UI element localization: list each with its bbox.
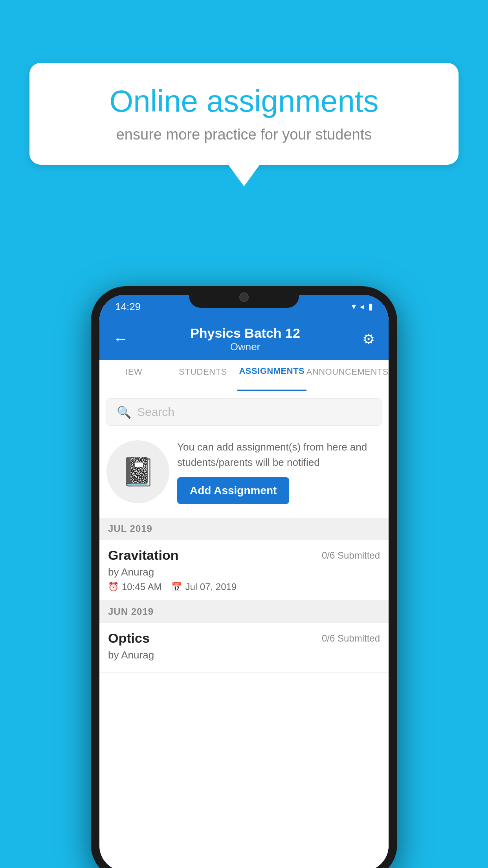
assignment-name: Gravitation	[108, 548, 178, 563]
bubble-subtitle: ensure more practice for your students	[57, 126, 431, 143]
phone-screen: 14:29 ▾ ◂ ▮ ← Physics Batch 12 Owner ⚙ I…	[99, 295, 389, 868]
status-bar-time: 14:29	[115, 301, 141, 313]
assignment-row-header: Gravitation 0/6 Submitted	[108, 548, 380, 563]
speech-bubble-container: Online assignments ensure more practice …	[29, 63, 459, 186]
section-jun-2019: JUN 2019	[99, 601, 389, 623]
search-icon: 🔍	[117, 405, 131, 419]
meta-date: 📅 Jul 07, 2019	[171, 581, 237, 592]
meta-time: ⏰ 10:45 AM	[108, 581, 161, 592]
app-header: ← Physics Batch 12 Owner ⚙	[99, 318, 389, 360]
promo-icon-circle: 📓	[106, 440, 169, 503]
content-area: 🔍 Search 📓 You can add assignment(s) fro…	[99, 391, 389, 868]
battery-icon: ▮	[368, 302, 373, 312]
tab-iew[interactable]: IEW	[99, 360, 169, 391]
search-bar[interactable]: 🔍 Search	[106, 398, 382, 426]
assignment-row-header-optics: Optics 0/6 Submitted	[108, 631, 380, 646]
speech-bubble: Online assignments ensure more practice …	[29, 63, 459, 165]
assignment-meta: ⏰ 10:45 AM 📅 Jul 07, 2019	[108, 581, 380, 592]
promo-description: You can add assignment(s) from here and …	[177, 440, 382, 470]
tab-assignments[interactable]: ASSIGNMENTS	[237, 360, 306, 391]
promo-card: 📓 You can add assignment(s) from here an…	[106, 434, 382, 510]
assignment-date: Jul 07, 2019	[185, 581, 237, 592]
signal-icon: ◂	[360, 302, 364, 312]
tab-bar: IEW STUDENTS ASSIGNMENTS ANNOUNCEMENTS	[99, 360, 389, 391]
assignment-item-optics[interactable]: Optics 0/6 Submitted by Anurag	[99, 623, 389, 673]
phone-frame: 14:29 ▾ ◂ ▮ ← Physics Batch 12 Owner ⚙ I…	[91, 286, 397, 868]
notebook-icon: 📓	[121, 456, 155, 488]
section-jul-2019: JUL 2019	[99, 518, 389, 540]
calendar-icon: 📅	[171, 582, 182, 592]
header-title: Physics Batch 12	[128, 326, 362, 341]
bubble-title: Online assignments	[57, 85, 431, 118]
assignment-submitted: 0/6 Submitted	[322, 550, 380, 561]
add-assignment-button[interactable]: Add Assignment	[177, 477, 289, 504]
clock-icon: ⏰	[108, 582, 119, 592]
assignment-name-optics: Optics	[108, 631, 150, 646]
tab-students[interactable]: STUDENTS	[169, 360, 238, 391]
phone-camera	[239, 292, 249, 302]
promo-text-area: You can add assignment(s) from here and …	[177, 440, 382, 504]
status-bar-icons: ▾ ◂ ▮	[352, 302, 373, 312]
search-placeholder: Search	[137, 405, 174, 419]
assignment-submitted-optics: 0/6 Submitted	[322, 633, 380, 644]
header-title-block: Physics Batch 12 Owner	[128, 326, 362, 353]
assignment-item-gravitation[interactable]: Gravitation 0/6 Submitted by Anurag ⏰ 10…	[99, 540, 389, 601]
assignment-time: 10:45 AM	[122, 581, 161, 592]
phone-notch	[189, 286, 299, 308]
settings-icon[interactable]: ⚙	[362, 331, 375, 348]
assignment-by: by Anurag	[108, 566, 380, 578]
header-subtitle: Owner	[128, 341, 362, 353]
speech-bubble-arrow	[228, 165, 260, 186]
wifi-icon: ▾	[352, 302, 356, 312]
tab-announcements[interactable]: ANNOUNCEMENTS	[306, 360, 389, 391]
back-button[interactable]: ←	[113, 331, 128, 348]
assignment-by-optics: by Anurag	[108, 649, 380, 661]
